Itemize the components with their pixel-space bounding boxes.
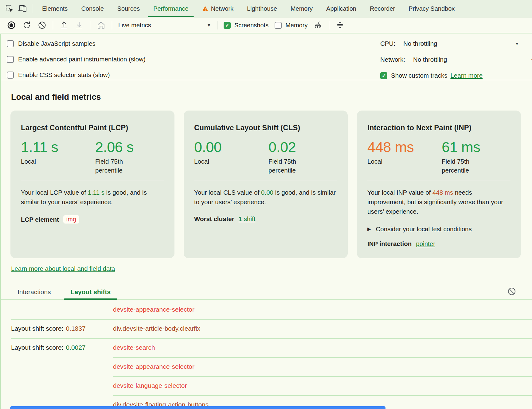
clear-button[interactable] (37, 21, 47, 30)
inp-interaction-link[interactable]: pointer (416, 240, 435, 247)
lcp-element-chip[interactable]: img (63, 215, 79, 224)
desc-text: Your local CLS value of (194, 189, 261, 196)
row-separator (11, 319, 532, 320)
tab-label: Application (326, 5, 356, 12)
inp-local-value: 448 ms (367, 139, 442, 154)
screenshots-label: Screenshots (234, 22, 268, 29)
clear-log-icon[interactable] (507, 287, 516, 297)
layout-shift-row[interactable]: devsite-language-selector (11, 376, 532, 395)
devtools-tabbar: Elements Console Sources Performance Net… (0, 0, 532, 18)
screenshots-checkbox[interactable]: Screenshots (224, 22, 268, 29)
layout-shift-row[interactable]: devsite-appearance-selector (11, 300, 532, 319)
option-label: Enable advanced paint instrumentation (s… (18, 56, 146, 63)
tab-recorder[interactable]: Recorder (363, 0, 402, 18)
shift-element-link[interactable]: devsite-language-selector (113, 382, 187, 389)
record-button[interactable] (7, 21, 16, 30)
disclosure-triangle-icon: ▶ (367, 226, 371, 232)
tab-elements[interactable]: Elements (35, 0, 74, 18)
card-divider (367, 180, 510, 180)
worst-cluster-link[interactable]: 1 shift (239, 215, 256, 223)
show-custom-tracks-checkbox[interactable]: Show custom tracks Learn more (380, 70, 532, 81)
collect-garbage-icon[interactable] (314, 21, 323, 30)
network-throttling-select[interactable]: Network: No throttling ▼ (380, 54, 532, 65)
cls-card: Cumulative Layout Shift (CLS) 0.00 Local… (184, 111, 348, 258)
cpu-value: No throttling (403, 40, 437, 47)
desc-text: Your local LCP value of (21, 189, 88, 196)
lcp-field-value: 2.06 s (95, 139, 164, 154)
tab-label: Network (211, 5, 233, 12)
score-label: Layout shift score: (11, 344, 63, 351)
lcp-description: Your local LCP value of 1.11 s is good, … (21, 188, 164, 207)
panel-mode-select[interactable]: Live metrics ▼ (118, 22, 211, 29)
lcp-field-label: Field 75th percentile (95, 157, 146, 175)
device-toolbar-icon[interactable] (17, 3, 28, 14)
checkbox-checked-icon (224, 22, 231, 29)
dropdown-caret-icon: ▼ (530, 57, 532, 62)
toolbar-separator (90, 21, 90, 29)
cls-local-label: Local (194, 157, 245, 166)
cls-local-value: 0.00 (194, 139, 268, 154)
inp-field-label: Field 75th percentile (442, 157, 492, 175)
tab-privacy-sandbox[interactable]: Privacy Sandbox (402, 0, 461, 18)
learn-more-field-data-link[interactable]: Learn more about local and field data (11, 265, 115, 272)
inp-card-title: Interaction to Next Paint (INP) (367, 123, 510, 132)
save-profile-icon[interactable] (75, 21, 84, 30)
inspect-element-icon[interactable] (4, 3, 15, 14)
tab-interactions[interactable]: Interactions (18, 288, 51, 299)
metrics-heading: Local and field metrics (11, 92, 532, 102)
tab-performance[interactable]: Performance (147, 0, 195, 18)
tab-label: Sources (117, 5, 140, 12)
dropdown-caret-icon: ▼ (207, 23, 211, 28)
desc-value: 448 ms (432, 189, 453, 196)
shift-element-link[interactable]: devsite-appearance-selector (113, 306, 194, 313)
reload-record-button[interactable] (22, 21, 31, 30)
live-metrics-log: Interactions Layout shifts devsite-appea… (0, 287, 532, 409)
shift-element-link[interactable]: devsite-appearance-selector (113, 363, 194, 370)
lcp-local-value: 1.11 s (21, 139, 95, 154)
tabbar-separator (32, 4, 32, 13)
tab-sources[interactable]: Sources (111, 0, 147, 18)
throttling-settings: CPU: No throttling ▼ Network: No throttl… (380, 38, 532, 86)
home-icon[interactable] (96, 21, 106, 30)
tab-label: Privacy Sandbox (409, 5, 455, 12)
shift-element-link[interactable]: devsite-search (113, 344, 155, 351)
cpu-throttling-select[interactable]: CPU: No throttling ▼ (380, 38, 532, 49)
checkbox-icon (7, 40, 14, 47)
inp-description: Your local INP value of 448 ms needs imp… (367, 188, 510, 216)
lcp-card: Largest Contentful Paint (LCP) 1.11 s Lo… (10, 111, 174, 258)
dropdown-caret-icon: ▼ (515, 41, 519, 46)
card-divider (21, 180, 164, 180)
tab-console[interactable]: Console (74, 0, 110, 18)
layout-shift-row[interactable]: Layout shift score: 0.1837 div.devsite-a… (11, 319, 532, 338)
memory-checkbox[interactable]: Memory (275, 22, 307, 29)
inp-card: Interaction to Next Paint (INP) 448 ms L… (357, 111, 521, 258)
metric-cards: Largest Contentful Paint (LCP) 1.11 s Lo… (0, 111, 532, 258)
network-value: No throttling (413, 56, 447, 63)
score-value: 0.1837 (66, 325, 85, 332)
learn-more-link[interactable]: Learn more (450, 72, 483, 79)
cpu-label: CPU: (380, 40, 395, 47)
tab-label: Performance (153, 5, 189, 12)
lcp-local-label: Local (21, 157, 72, 166)
local-test-conditions-disclosure[interactable]: ▶ Consider your local test conditions (367, 225, 510, 233)
tab-network[interactable]: Network (195, 0, 240, 18)
load-profile-icon[interactable] (59, 21, 68, 30)
bottom-blue-bar (10, 406, 385, 409)
toolbar-separator (112, 21, 112, 29)
desc-value: 1.11 s (88, 189, 104, 196)
lcp-element-label: LCP element (21, 216, 59, 223)
collapse-panel-icon[interactable] (335, 21, 345, 30)
score-label: Layout shift score: (11, 325, 63, 332)
tab-application[interactable]: Application (319, 0, 363, 18)
toolbar-separator (329, 21, 329, 29)
card-divider (194, 180, 337, 180)
tab-memory[interactable]: Memory (284, 0, 319, 18)
tab-layout-shifts[interactable]: Layout shifts (71, 288, 111, 299)
tab-label: Lighthouse (247, 5, 277, 12)
tab-lighthouse[interactable]: Lighthouse (240, 0, 284, 18)
layout-shift-row[interactable]: devsite-appearance-selector (11, 357, 532, 376)
option-label: Enable CSS selector stats (slow) (18, 71, 110, 79)
inp-local-label: Local (367, 157, 418, 166)
layout-shift-row[interactable]: Layout shift score: 0.0027 devsite-searc… (11, 338, 532, 357)
shift-element-link[interactable]: div.devsite-article-body.clearfix (113, 325, 200, 332)
